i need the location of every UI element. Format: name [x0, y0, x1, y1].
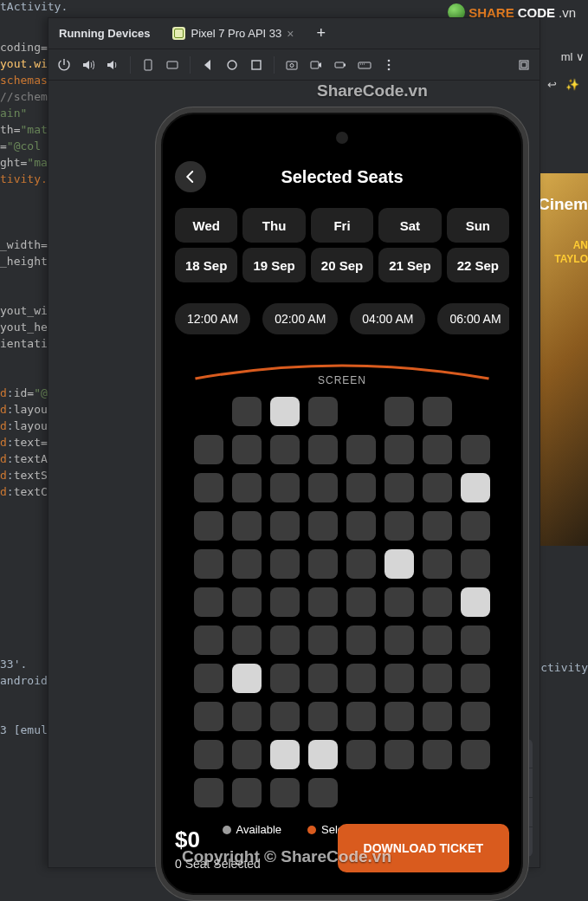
seat-r8-c2[interactable] — [270, 702, 300, 731]
seat-r3-c2[interactable] — [270, 511, 300, 541]
rotate-right-icon[interactable] — [165, 58, 179, 72]
seat-r9-c6[interactable] — [423, 740, 452, 769]
keyboard-icon[interactable] — [358, 58, 372, 72]
seat-r7-c1[interactable] — [232, 664, 262, 693]
seat-r7-c5[interactable] — [384, 664, 414, 693]
seat-r3-c3[interactable] — [308, 511, 338, 541]
seat-r3-c5[interactable] — [384, 511, 414, 541]
seat-r6-c5[interactable] — [384, 626, 414, 655]
seat-r8-c0[interactable] — [194, 702, 223, 731]
seat-r9-c5[interactable] — [384, 740, 414, 769]
date-item-sun[interactable]: Sun 22 Sep — [447, 208, 509, 282]
seat-r6-c2[interactable] — [270, 626, 300, 655]
seat-r0-c6[interactable] — [423, 397, 452, 426]
seat-r0-c1[interactable] — [232, 397, 262, 426]
seat-r4-c2[interactable] — [270, 549, 300, 579]
seat-r5-c1[interactable] — [232, 587, 262, 617]
time-0200[interactable]: 02:00 AM — [262, 303, 338, 334]
volume-up-icon[interactable] — [81, 58, 95, 72]
seat-r6-c1[interactable] — [232, 626, 262, 655]
magic-wand-icon[interactable]: ✨ — [565, 78, 579, 91]
seat-r10-c2[interactable] — [270, 778, 300, 807]
seat-r1-c5[interactable] — [384, 435, 414, 464]
seat-r0-c5[interactable] — [384, 397, 414, 426]
seat-r4-c1[interactable] — [232, 549, 262, 579]
screenshot-icon[interactable] — [285, 58, 299, 72]
seat-r1-c3[interactable] — [308, 435, 338, 464]
seat-r1-c2[interactable] — [270, 435, 300, 464]
seat-r10-c1[interactable] — [232, 778, 262, 807]
home-icon[interactable] — [225, 58, 239, 72]
seat-r3-c1[interactable] — [232, 511, 262, 541]
seat-r2-c2[interactable] — [270, 473, 300, 502]
seat-r2-c6[interactable] — [423, 473, 452, 502]
date-item-wed[interactable]: Wed 18 Sep — [175, 208, 237, 282]
seat-r1-c6[interactable] — [423, 435, 452, 464]
seat-r1-c4[interactable] — [346, 435, 376, 464]
rotate-left-icon[interactable] — [141, 58, 155, 72]
date-item-fri[interactable]: Fri 20 Sep — [311, 208, 373, 282]
more-icon[interactable] — [382, 58, 396, 72]
close-tab-icon[interactable]: × — [287, 27, 294, 41]
seat-r1-c0[interactable] — [194, 435, 223, 464]
seat-r4-c3[interactable] — [308, 549, 338, 579]
seat-r5-c4[interactable] — [346, 587, 376, 617]
seat-r6-c4[interactable] — [346, 626, 376, 655]
volume-down-icon[interactable] — [106, 58, 120, 72]
seat-r10-c0[interactable] — [194, 778, 223, 807]
time-1200[interactable]: 12:00 AM — [175, 303, 250, 334]
seat-r2-c0[interactable] — [194, 473, 223, 502]
seat-r8-c4[interactable] — [346, 702, 376, 731]
seat-r10-c3[interactable] — [308, 778, 338, 807]
seat-r9-c0[interactable] — [194, 740, 223, 769]
time-0600[interactable]: 06:00 AM — [437, 303, 509, 334]
seat-r6-c0[interactable] — [194, 626, 223, 655]
seat-r4-c5[interactable] — [384, 549, 414, 579]
seat-r3-c0[interactable] — [194, 511, 223, 541]
date-item-sat[interactable]: Sat 21 Sep — [378, 208, 441, 282]
seat-r1-c7[interactable] — [461, 435, 490, 464]
seat-r2-c4[interactable] — [346, 473, 376, 502]
seat-r6-c3[interactable] — [308, 626, 338, 655]
seat-r3-c6[interactable] — [423, 511, 452, 541]
seat-r8-c7[interactable] — [461, 702, 490, 731]
record-icon[interactable] — [309, 58, 323, 72]
seat-r6-c7[interactable] — [461, 626, 490, 655]
seat-r9-c3[interactable] — [308, 740, 338, 769]
seat-r5-c0[interactable] — [194, 587, 223, 617]
seat-r3-c4[interactable] — [346, 511, 376, 541]
back-icon[interactable] — [201, 58, 215, 72]
seat-r7-c2[interactable] — [270, 664, 300, 693]
seat-r9-c2[interactable] — [270, 740, 300, 769]
seat-r1-c1[interactable] — [232, 435, 262, 464]
seat-r8-c3[interactable] — [308, 702, 338, 731]
tab-running-devices[interactable]: Running Devices — [59, 27, 150, 40]
seat-r4-c7[interactable] — [461, 549, 490, 579]
seat-r2-c5[interactable] — [384, 473, 414, 502]
seat-r8-c1[interactable] — [232, 702, 262, 731]
seat-r0-c2[interactable] — [270, 397, 300, 426]
tab-device-pixel[interactable]: Pixel 7 Pro API 33 × — [172, 27, 294, 41]
seat-r7-c0[interactable] — [194, 664, 223, 693]
seat-r0-c3[interactable] — [308, 397, 338, 426]
seat-r7-c4[interactable] — [346, 664, 376, 693]
settings-battery-icon[interactable] — [333, 58, 347, 72]
seat-r9-c1[interactable] — [232, 740, 262, 769]
rewind-icon[interactable]: ↩︎ — [547, 78, 557, 91]
seat-r2-c3[interactable] — [308, 473, 338, 502]
seat-r9-c7[interactable] — [461, 740, 490, 769]
frame-icon[interactable] — [517, 58, 531, 72]
seat-r4-c6[interactable] — [423, 549, 452, 579]
seat-r7-c6[interactable] — [423, 664, 452, 693]
seat-r6-c6[interactable] — [423, 626, 452, 655]
seat-r2-c7[interactable] — [461, 473, 490, 502]
seat-r5-c2[interactable] — [270, 587, 300, 617]
seat-r3-c7[interactable] — [461, 511, 490, 541]
overview-icon[interactable] — [249, 58, 263, 72]
seat-r2-c1[interactable] — [232, 473, 262, 502]
seat-r4-c4[interactable] — [346, 549, 376, 579]
seat-r7-c3[interactable] — [308, 664, 338, 693]
power-icon[interactable] — [57, 58, 71, 72]
seat-r5-c3[interactable] — [308, 587, 338, 617]
seat-r9-c4[interactable] — [346, 740, 376, 769]
